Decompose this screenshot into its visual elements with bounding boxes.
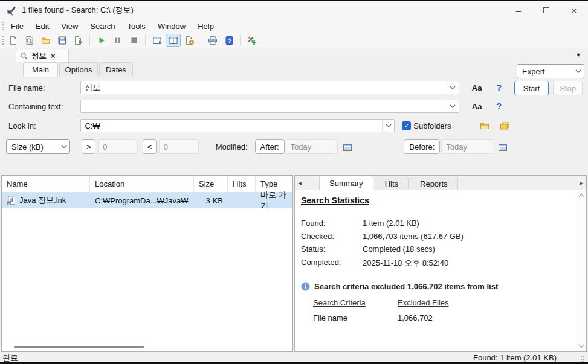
mode-select[interactable]: Expert [517, 64, 584, 78]
search-tab[interactable]: 정보 × [16, 49, 69, 62]
tab-dates[interactable]: Dates [99, 62, 133, 76]
before-date-input[interactable] [441, 139, 493, 154]
file-name-label: File name: [8, 83, 80, 92]
stop-search-button[interactable] [126, 34, 141, 47]
tab-scroll-right-button[interactable]: ▶ [577, 176, 586, 190]
size-less-button[interactable]: < [143, 139, 157, 154]
stat-status: Status: Completed (18 secs) [301, 244, 577, 254]
configuration-button[interactable] [244, 34, 259, 47]
tab-main[interactable]: Main [23, 62, 58, 77]
menu-help[interactable]: Help [192, 21, 220, 32]
search-tab-close-icon[interactable]: × [51, 51, 56, 60]
stat-value: 1 item (2.01 KB) [363, 219, 419, 228]
horizontal-scrollbar-thumb[interactable] [14, 346, 144, 348]
multiple-folders-icon[interactable] [500, 121, 510, 130]
menu-search[interactable]: Search [84, 21, 121, 32]
file-name-dropdown-button[interactable] [447, 81, 459, 94]
browse-folder-icon[interactable] [480, 121, 490, 130]
scroll-up-button[interactable] [578, 192, 585, 199]
stat-label: Found: [301, 219, 363, 228]
stop-button[interactable]: Stop [553, 81, 583, 95]
stat-label: Completed: [301, 258, 363, 269]
criteria-excluded-count: 1,066,702 [398, 313, 433, 322]
help-book-icon: ? [224, 36, 234, 45]
file-name-case-button[interactable]: Aa [470, 82, 485, 94]
file-name-input[interactable] [81, 81, 446, 94]
search-criteria-link[interactable]: Search Criteria [313, 298, 398, 307]
scroll-down-button[interactable] [578, 343, 585, 350]
new-search-button[interactable] [5, 34, 21, 47]
menu-view[interactable]: View [55, 21, 84, 32]
menu-tools[interactable]: Tools [121, 21, 152, 32]
tab-options[interactable]: Options [59, 62, 98, 76]
horizontal-scrollbar[interactable] [3, 345, 291, 349]
menu-file[interactable]: File [5, 21, 30, 32]
vertical-scrollbar[interactable] [577, 191, 586, 351]
pause-search-button[interactable] [110, 34, 125, 47]
file-name-help-button[interactable]: ? [494, 81, 504, 94]
printer-icon [208, 36, 218, 45]
tab-hits[interactable]: Hits [375, 177, 409, 190]
layout-vertical-button[interactable] [166, 34, 181, 47]
containing-text-input[interactable] [81, 100, 446, 112]
criteria-name: File name [313, 313, 398, 322]
containing-text-case-button[interactable]: Aa [470, 101, 485, 112]
result-row[interactable]: Java 정보.lnk C:₩ProgramDa...₩Java₩ 3 KB 바… [2, 193, 292, 208]
after-calendar-icon[interactable] [343, 142, 352, 152]
shortcut-file-icon [7, 196, 16, 205]
before-calendar-icon[interactable] [498, 142, 508, 152]
after-date-input[interactable] [286, 139, 338, 154]
size-max-input[interactable] [159, 139, 199, 154]
minimize-button[interactable]: – [505, 1, 532, 19]
look-in-dropdown-button[interactable] [382, 120, 394, 132]
resize-grip[interactable] [580, 356, 586, 362]
size-min-input[interactable] [98, 139, 138, 154]
tab-reports[interactable]: Reports [410, 177, 458, 190]
subfolders-checkbox[interactable]: ✓ [402, 121, 411, 130]
toolbar-separator [145, 35, 146, 46]
size-unit-select[interactable]: Size (kB) [6, 139, 70, 154]
help-button[interactable]: ? [221, 34, 236, 47]
tab-summary[interactable]: Summary [319, 176, 373, 190]
column-name[interactable]: Name [2, 176, 90, 192]
start-button[interactable]: Start [514, 81, 549, 95]
toolbar: ? [0, 33, 588, 48]
maximize-button[interactable] [532, 1, 560, 19]
close-button[interactable]: × [560, 1, 588, 19]
stat-found: Found: 1 item (2.01 KB) [301, 219, 577, 228]
look-in-input[interactable] [81, 120, 382, 132]
menu-window[interactable]: Window [152, 21, 192, 32]
size-greater-button[interactable]: > [82, 139, 95, 154]
stat-value: Completed (18 secs) [363, 244, 435, 254]
tab-scroll-left-button[interactable]: ◀ [295, 176, 305, 190]
titlebar: 1 files found - Search: C:\ (정보) – × [0, 1, 588, 19]
export-results-button[interactable] [71, 34, 86, 47]
stat-checked: Checked: 1,066,703 items (617.67 GB) [301, 232, 577, 241]
open-saved-search-button[interactable] [22, 34, 37, 47]
after-button[interactable]: After: [255, 139, 285, 154]
column-hits[interactable]: Hits [228, 176, 256, 192]
layout-classic-button[interactable] [149, 34, 164, 47]
search-statistics-title: Search Statistics [301, 196, 577, 205]
tab-list-dropdown-button[interactable]: ▼ [573, 50, 584, 60]
report-options-button[interactable] [182, 34, 197, 47]
containing-text-help-button[interactable]: ? [494, 100, 504, 112]
before-button[interactable]: Before: [404, 139, 440, 154]
menu-edit[interactable]: Edit [30, 21, 55, 32]
result-size: 3 KB [194, 193, 228, 208]
column-size[interactable]: Size [194, 176, 228, 192]
magnifier-icon [20, 52, 28, 60]
toolbar-separator [240, 35, 241, 46]
stop-icon [129, 36, 139, 45]
containing-text-label: Containing text: [8, 102, 80, 111]
containing-text-dropdown-button[interactable] [447, 100, 459, 112]
column-location[interactable]: Location [90, 176, 194, 192]
mode-value: Expert [522, 67, 545, 76]
toolbar-grip[interactable] [2, 36, 5, 46]
save-search-button[interactable] [54, 34, 69, 47]
print-button[interactable] [205, 34, 220, 47]
open-folder-button[interactable] [38, 34, 53, 47]
start-search-toolbar-button[interactable] [94, 34, 109, 47]
excluded-files-link[interactable]: Excluded Files [398, 298, 449, 307]
criteria-panel: Main Options Dates File name: Aa ? Conta… [0, 62, 588, 167]
